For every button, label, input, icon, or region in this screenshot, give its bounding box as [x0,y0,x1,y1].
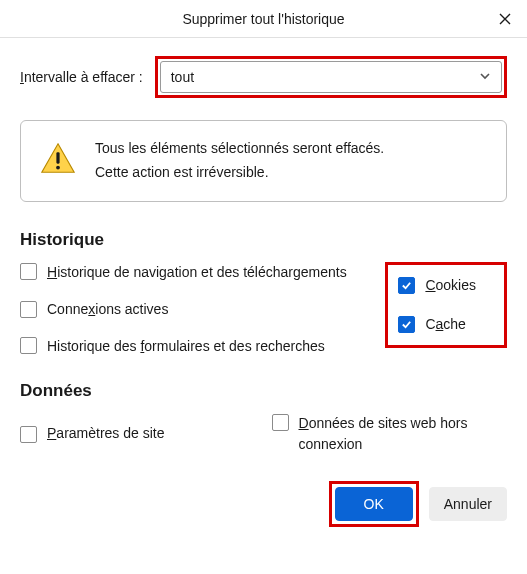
history-heading: Historique [20,230,507,250]
checkbox-label: Cache [425,314,466,335]
checkbox-box [20,426,37,443]
checkbox-active-logins[interactable]: Connexions actives [20,299,373,320]
checkbox-box [398,277,415,294]
svg-point-1 [56,166,60,170]
checkbox-box [272,414,289,431]
warning-icon [39,140,77,181]
checkbox-label: Historique de navigation et des téléchar… [47,262,347,283]
checkbox-box [20,301,37,318]
warning-line1: Tous les éléments sélectionnés seront ef… [95,137,384,161]
checkbox-site-settings[interactable]: Paramètres de site [20,413,256,455]
ok-button[interactable]: OK [335,487,413,521]
checkbox-label: Connexions actives [47,299,168,320]
warning-line2: Cette action est irréversible. [95,161,384,185]
checkbox-browsing-history[interactable]: Historique de navigation et des téléchar… [20,262,373,283]
checkbox-label: Cookies [425,275,476,296]
svg-rect-0 [56,153,59,164]
checkbox-label: Données de sites web hors connexion [299,413,508,455]
checkbox-form-history[interactable]: Historique des formulaires et des recher… [20,336,373,357]
chevron-down-icon [479,69,491,85]
range-highlight: tout [155,56,507,98]
checkbox-label: Historique des formulaires et des recher… [47,336,325,357]
checkbox-box [20,337,37,354]
range-select[interactable]: tout [160,61,502,93]
cookies-cache-highlight: Cookies Cache [385,262,507,348]
cancel-button[interactable]: Annuler [429,487,507,521]
dialog-title: Supprimer tout l'historique [182,11,344,27]
ok-highlight: OK [329,481,419,527]
close-icon[interactable] [489,4,521,34]
checkbox-cookies[interactable]: Cookies [398,275,476,296]
checkbox-offline-data[interactable]: Données de sites web hors connexion [272,413,508,455]
checkbox-box [20,263,37,280]
warning-panel: Tous les éléments sélectionnés seront ef… [20,120,507,202]
range-label: Intervalle à effacer : [20,69,143,85]
checkbox-label: Paramètres de site [47,423,165,444]
data-heading: Données [20,381,507,401]
range-selected-value: tout [171,69,194,85]
checkbox-box [398,316,415,333]
checkbox-cache[interactable]: Cache [398,314,476,335]
